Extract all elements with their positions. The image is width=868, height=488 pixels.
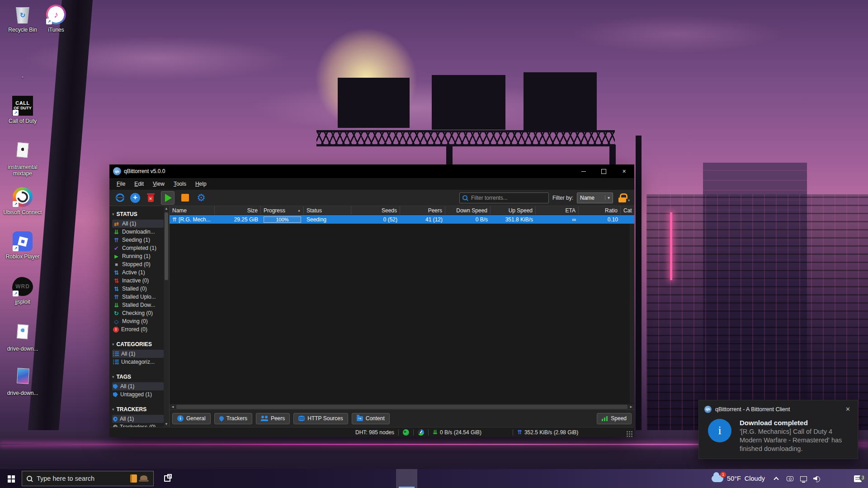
menu-item[interactable]: Tools <box>169 179 191 189</box>
sidebar-scrollbar[interactable]: ▲ ▼ <box>164 206 169 427</box>
torrent-row-selected[interactable]: [R.G. Mech... 29.25 GiB 100% Seeding 0 (… <box>170 215 634 224</box>
delete-torrent-icon[interactable] <box>145 192 156 204</box>
taskbar-app-button[interactable] <box>396 469 417 488</box>
taskbar-app-button[interactable] <box>375 469 396 488</box>
sidebar-item[interactable]: Inactive (0) <box>112 277 164 285</box>
sidebar-item[interactable]: Untagged (1) <box>112 390 164 399</box>
menu-item[interactable]: Edit <box>130 179 148 189</box>
tray-capture-button[interactable] <box>783 476 797 481</box>
sidebar-item[interactable]: Errored (0) <box>112 325 164 333</box>
column-header-size[interactable]: Size <box>215 206 261 215</box>
column-header-category[interactable]: Cat <box>621 206 634 215</box>
taskbar-app-button[interactable] <box>247 469 269 488</box>
desktop-icon[interactable]: - <box>2 51 43 80</box>
taskbar-app-button[interactable] <box>205 469 226 488</box>
sidebar-item[interactable]: All (1) <box>112 350 164 358</box>
sidebar-item[interactable]: Checking (0) <box>112 309 164 317</box>
stop-torrent-icon[interactable] <box>179 192 191 204</box>
notification-toast[interactable]: qBittorrent - A Bittorrent Client ✕ Down… <box>698 400 858 459</box>
scroll-right-icon[interactable]: ► <box>628 405 634 409</box>
desktop-icon[interactable]: Ubisoft Connect <box>2 186 43 216</box>
desktop-icon[interactable]: instramental mixtape <box>2 141 43 177</box>
column-header-peers[interactable]: Peers <box>400 206 445 215</box>
desktop-icon[interactable]: Roblox Player <box>2 230 43 260</box>
column-header-name[interactable]: Name <box>170 206 215 215</box>
taskbar-app-button[interactable] <box>226 469 247 488</box>
sidebar-item[interactable]: Stalled (0) <box>112 285 164 293</box>
notification-center-button[interactable]: 3 <box>852 475 863 482</box>
title-bar[interactable]: qBittorrent v5.0.0 <box>109 164 634 178</box>
maximize-button[interactable] <box>594 164 614 178</box>
taskbar-search-box[interactable] <box>22 471 154 486</box>
desktop-icon[interactable]: drive-down... <box>2 323 43 352</box>
connection-status-globe-icon[interactable] <box>403 429 409 436</box>
menu-item[interactable]: Help <box>191 179 211 189</box>
menu-item[interactable]: View <box>148 179 169 189</box>
detail-tab[interactable]: HTTP Sources <box>293 413 348 424</box>
desktop-icon[interactable]: Call of Duty <box>2 95 43 125</box>
detail-tab[interactable]: General <box>172 413 211 424</box>
tags-section-header[interactable]: TAGS <box>112 371 164 382</box>
scroll-up-icon[interactable]: ▲ <box>165 206 168 211</box>
scrollbar-thumb[interactable] <box>176 405 627 409</box>
resume-torrent-icon[interactable] <box>161 191 175 205</box>
detail-tab[interactable]: Trackers <box>214 413 252 424</box>
alt-speed-gauge-icon[interactable] <box>418 429 424 436</box>
taskbar-app-button[interactable] <box>290 469 311 488</box>
tray-volume-button[interactable] <box>810 476 824 482</box>
sidebar-item[interactable]: Moving (0) <box>112 317 164 325</box>
column-header-eta[interactable]: ETA <box>536 206 579 215</box>
task-view-button[interactable] <box>157 469 177 488</box>
sidebar-item[interactable]: Active (1) <box>112 268 164 277</box>
taskbar-app-button[interactable] <box>354 469 375 488</box>
taskbar-search-input[interactable] <box>36 474 127 483</box>
taskbar-app-button[interactable] <box>184 469 205 488</box>
taskbar-app-button[interactable] <box>269 469 290 488</box>
status-section-header[interactable]: STATUS <box>112 209 164 220</box>
close-button[interactable] <box>614 164 634 178</box>
scroll-down-icon[interactable]: ▼ <box>165 422 168 427</box>
sidebar-item[interactable]: Stalled Dow... <box>112 301 164 309</box>
sidebar-item[interactable]: All (1) <box>112 415 164 423</box>
menu-item[interactable]: File <box>112 179 130 189</box>
detail-tab[interactable]: Peers <box>256 413 290 424</box>
taskbar-app-button[interactable] <box>311 469 332 488</box>
lock-dropdown-caret-icon[interactable]: ▾ <box>628 198 630 202</box>
sidebar-item[interactable]: Stopped (0) <box>112 260 164 268</box>
detail-tab[interactable]: Content <box>352 413 390 424</box>
weather-widget[interactable]: 1 50°F Cloudy <box>707 475 769 482</box>
scroll-left-icon[interactable]: ◄ <box>170 405 176 409</box>
sidebar-item[interactable]: Completed (1) <box>112 244 164 252</box>
filter-by-dropdown[interactable]: Name <box>577 192 613 203</box>
add-torrent-link-icon[interactable] <box>114 192 126 204</box>
tab-speed[interactable]: Speed <box>597 413 632 424</box>
taskbar-app-button[interactable] <box>332 469 354 488</box>
tray-network-button[interactable] <box>797 476 810 481</box>
filter-torrents-input[interactable] <box>470 194 546 202</box>
sidebar-item[interactable]: All (1) <box>112 220 164 228</box>
categories-section-header[interactable]: CATEGORIES <box>112 339 164 350</box>
sidebar-item[interactable]: All (1) <box>112 382 164 390</box>
desktop-icon[interactable]: jjsploit <box>2 276 43 305</box>
trackers-section-header[interactable]: TRACKERS <box>112 404 164 415</box>
desktop-icon[interactable]: iTunes <box>35 4 77 33</box>
horizontal-scrollbar[interactable]: ◄ ► <box>170 404 634 409</box>
sidebar-item[interactable]: Stalled Uplo... <box>112 293 164 301</box>
start-button[interactable] <box>0 469 22 488</box>
sidebar-item[interactable]: Running (1) <box>112 252 164 260</box>
column-header-down-speed[interactable]: Down Speed <box>445 206 491 215</box>
column-header-up-speed[interactable]: Up Speed <box>491 206 536 215</box>
options-gear-icon[interactable] <box>195 192 207 204</box>
sidebar-item[interactable]: Seeding (1) <box>112 236 164 244</box>
filter-search-box[interactable] <box>459 192 549 203</box>
desktop-icon[interactable]: drive-down... <box>2 367 43 397</box>
add-torrent-file-icon[interactable] <box>130 193 140 203</box>
sidebar-item[interactable]: Trackerless (0) <box>112 423 164 427</box>
column-header-seeds[interactable]: Seeds <box>351 206 400 215</box>
column-header-progress[interactable]: Progress <box>261 206 304 215</box>
lock-icon[interactable] <box>618 193 626 202</box>
vertical-scrollbar[interactable] <box>630 224 634 404</box>
column-header-ratio[interactable]: Ratio <box>579 206 621 215</box>
minimize-button[interactable] <box>573 164 594 178</box>
sidebar-item[interactable]: Uncategoriz... <box>112 358 164 366</box>
